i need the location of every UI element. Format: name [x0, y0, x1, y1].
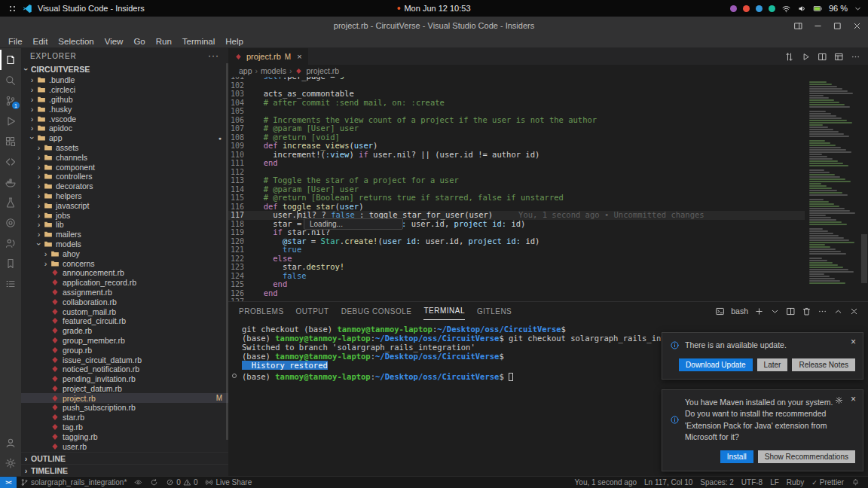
tree-item-assignment-rb[interactable]: assignment.rb — [21, 288, 228, 297]
trash-icon[interactable] — [802, 307, 811, 316]
section-outline[interactable]: › OUTLINE — [21, 452, 228, 464]
activity-explorer[interactable] — [0, 50, 21, 70]
menu-help[interactable]: Help — [220, 37, 249, 46]
menu-go[interactable]: Go — [128, 37, 150, 46]
focused-app-title[interactable]: Visual Studio Code - Insiders — [38, 4, 145, 13]
menu-selection[interactable]: Selection — [53, 37, 99, 46]
install-button[interactable]: Install — [720, 450, 753, 463]
status-toggle-blame[interactable] — [130, 477, 146, 488]
menu-edit[interactable]: Edit — [28, 37, 53, 46]
run-icon[interactable] — [801, 52, 811, 62]
status-sync[interactable] — [146, 477, 162, 488]
menu-view[interactable]: View — [99, 37, 129, 46]
close-icon[interactable]: × — [851, 338, 856, 346]
tab-project-rb[interactable]: project.rb M × — [228, 48, 309, 65]
tree-item-tag-rb[interactable]: tag.rb — [21, 422, 228, 432]
menu-terminal[interactable]: Terminal — [177, 37, 220, 46]
editor-scrollbar[interactable] — [860, 77, 868, 301]
status-notifications[interactable] — [848, 478, 863, 486]
chevron-down-icon[interactable] — [770, 307, 780, 316]
panel-tab-debug-console[interactable]: DEBUG CONSOLE — [341, 302, 412, 320]
tree-item-concerns[interactable]: ›concerns — [21, 258, 228, 268]
chevron-down-icon[interactable] — [854, 5, 862, 13]
volume-icon[interactable] — [797, 4, 807, 14]
release-notes-button[interactable]: Release Notes — [792, 358, 855, 371]
code-line[interactable]: 110 increment!(:view) if user.nil? || (u… — [228, 151, 805, 160]
more-actions-icon[interactable]: ··· — [208, 50, 219, 61]
tree-item-controllers[interactable]: ›controllers — [21, 172, 228, 181]
more-actions-icon[interactable] — [818, 307, 827, 316]
tree-item-push-subscription-rb[interactable]: push_subscription.rb — [21, 403, 228, 413]
code-line[interactable]: 105 — [228, 107, 805, 116]
status-cursor-position[interactable]: Ln 117, Col 10 — [640, 478, 696, 486]
tree-item--github[interactable]: ›.github — [21, 95, 228, 105]
panel-tab-terminal[interactable]: TERMINAL — [423, 302, 465, 320]
tree-item-application-record-rb[interactable]: application_record.rb — [21, 278, 228, 288]
tree-item-project-datum-rb[interactable]: project_datum.rb — [21, 384, 228, 394]
menu-run[interactable]: Run — [151, 37, 177, 46]
tree-item-pending-invitation-rb[interactable]: pending_invitation.rb — [21, 374, 228, 384]
tree-item-component[interactable]: ›component — [21, 162, 228, 172]
tree-item-collaboration-rb[interactable]: collaboration.rb — [21, 297, 228, 307]
code-line[interactable]: 108 # @return [void] — [228, 133, 805, 142]
tree-item-project-rb[interactable]: project.rbM — [21, 393, 228, 403]
activity-source-control[interactable]: 1 — [0, 90, 21, 111]
code-line[interactable]: 123 star.destroy! — [228, 263, 805, 272]
close-icon[interactable]: × — [851, 395, 856, 403]
close-window-icon[interactable] — [852, 21, 862, 31]
close-panel-icon[interactable] — [849, 307, 859, 316]
activity-settings[interactable] — [0, 453, 21, 473]
tree-item-noticed-notification-rb[interactable]: noticed_notification.rb — [21, 364, 228, 374]
panel-tab-gitlens[interactable]: GITLENS — [477, 302, 512, 320]
split-editor-icon[interactable] — [818, 52, 827, 62]
activity-extensions[interactable] — [0, 131, 21, 151]
minimize-icon[interactable] — [813, 21, 823, 31]
status-blame[interactable]: You, 1 second ago — [571, 478, 640, 486]
maximize-panel-icon[interactable] — [833, 307, 843, 316]
activity-search[interactable] — [0, 70, 21, 90]
activity-gitlens[interactable] — [0, 212, 21, 233]
tree-item-star-rb[interactable]: star.rb — [21, 413, 228, 422]
tree-item-tagging-rb[interactable]: tagging.rb — [21, 432, 228, 441]
remote-indicator[interactable]: >< — [0, 477, 17, 488]
status-live-share[interactable]: Live Share — [201, 477, 255, 488]
more-actions-icon[interactable] — [851, 52, 860, 62]
breadcrumb-file[interactable]: project.rb — [306, 66, 339, 75]
code-line[interactable]: 104 # after_commit :send_mail, on: :crea… — [228, 99, 805, 108]
show-recommendations-button[interactable]: Show Recommendations — [758, 450, 855, 463]
panel-tab-problems[interactable]: PROBLEMS — [239, 302, 284, 320]
code-editor[interactable]: 101 self.per_page = 9102103 acts_as_comm… — [228, 77, 868, 301]
code-line[interactable]: 126 end — [228, 289, 805, 298]
clock[interactable]: Mon Jun 12 10:53 — [397, 4, 470, 13]
tree-item-user-rb[interactable]: user.rb — [21, 441, 228, 451]
tree-item-group-member-rb[interactable]: group_member.rb — [21, 336, 228, 346]
activity-test[interactable] — [0, 192, 21, 212]
code-line[interactable]: 102 — [228, 81, 805, 90]
tree-item-decorators[interactable]: ›decorators — [21, 181, 228, 191]
tree-item-grade-rb[interactable]: grade.rb — [21, 326, 228, 336]
tray-app-icon-3[interactable] — [756, 5, 763, 12]
tray-app-icon-2[interactable] — [743, 5, 750, 12]
tree-item-lib[interactable]: ›lib — [21, 220, 228, 230]
code-line[interactable]: 122 else — [228, 255, 805, 264]
customize-layout-icon[interactable] — [793, 21, 803, 31]
split-terminal-icon[interactable] — [786, 307, 796, 316]
code-line[interactable]: 115 # @return [Boolean] returns true if … — [228, 194, 805, 203]
download-update-button[interactable]: Download Update — [679, 358, 753, 371]
new-terminal-icon[interactable] — [754, 307, 764, 316]
code-line[interactable]: 113 # Toggle the star of a project for a… — [228, 176, 805, 185]
status-formatter[interactable]: ✓Prettier — [808, 478, 848, 486]
tree-item-ahoy[interactable]: ›ahoy — [21, 249, 228, 258]
tree-item-app[interactable]: ›app● — [21, 133, 228, 143]
status-problems[interactable]: 0 0 — [162, 477, 201, 488]
activity-docker[interactable] — [0, 172, 21, 192]
activities-icon[interactable] — [8, 4, 17, 14]
status-eol[interactable]: LF — [766, 478, 783, 486]
scrollbar-thumb[interactable] — [861, 234, 867, 284]
open-changes-icon[interactable] — [784, 52, 794, 62]
section-circuitverse[interactable]: › CIRCUITVERSE — [21, 63, 228, 75]
tree-item--circleci[interactable]: ›.circleci — [21, 85, 228, 95]
panel-tab-output[interactable]: OUTPUT — [296, 302, 329, 320]
code-line[interactable]: 112 — [228, 168, 805, 177]
code-line[interactable]: 107 # @param [User] user — [228, 124, 805, 133]
